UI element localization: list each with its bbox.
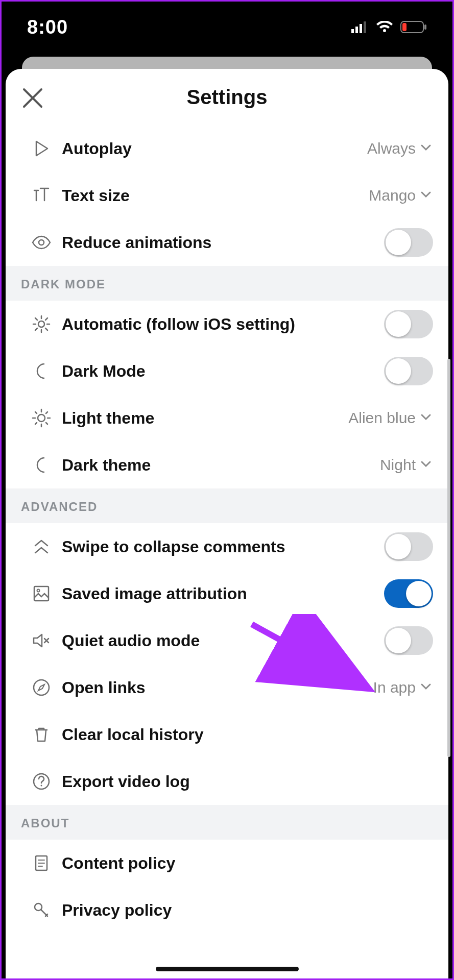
- section-advanced: ADVANCED: [6, 488, 448, 523]
- row-text-size[interactable]: Text size Mango: [6, 172, 448, 219]
- svg-rect-6: [424, 24, 426, 30]
- moon-icon: [32, 362, 51, 380]
- svg-point-7: [39, 240, 44, 245]
- row-label: Open links: [62, 678, 373, 697]
- document-icon: [32, 854, 51, 872]
- row-label: Automatic (follow iOS setting): [62, 315, 384, 334]
- svg-point-14: [41, 785, 42, 787]
- chevron-down-icon: [419, 679, 433, 696]
- svg-rect-1: [355, 27, 358, 33]
- status-time: 8:00: [27, 16, 68, 38]
- chevron-down-icon: [419, 140, 433, 157]
- row-privacy-policy[interactable]: Privacy policy: [6, 887, 448, 934]
- toggle-dark-mode[interactable]: [384, 357, 433, 385]
- svg-rect-5: [402, 23, 407, 31]
- row-label: Dark theme: [62, 456, 380, 475]
- row-label: Light theme: [62, 409, 348, 428]
- row-reduce-animations[interactable]: Reduce animations: [6, 219, 448, 266]
- toggle-reduce-animations[interactable]: [384, 228, 433, 257]
- section-title: ADVANCED: [21, 500, 433, 514]
- row-label: Saved image attribution: [62, 584, 384, 603]
- row-light-theme[interactable]: Light theme Alien blue: [6, 395, 448, 442]
- status-right: [351, 21, 427, 33]
- svg-rect-10: [34, 586, 49, 601]
- eye-icon: [32, 233, 51, 252]
- section-dark-mode: DARK MODE: [6, 266, 448, 301]
- row-autoplay[interactable]: Autoplay Always: [6, 125, 448, 172]
- row-label: Autoplay: [62, 139, 367, 158]
- row-saved-image-attribution[interactable]: Saved image attribution: [6, 570, 448, 617]
- row-value: Alien blue: [348, 409, 416, 427]
- svg-point-9: [38, 414, 45, 422]
- status-bar: 8:00: [2, 2, 452, 53]
- row-open-links[interactable]: Open links In app: [6, 664, 448, 711]
- row-label: Quiet audio mode: [62, 631, 384, 650]
- collapse-icon: [32, 537, 51, 556]
- play-icon: [32, 139, 51, 158]
- chevron-down-icon: [419, 410, 433, 426]
- row-label: Content policy: [62, 854, 433, 873]
- row-label: Swipe to collapse comments: [62, 537, 384, 556]
- gear-icon: [32, 314, 51, 334]
- trash-icon: [32, 725, 51, 744]
- home-indicator: [156, 967, 299, 971]
- row-content-policy[interactable]: Content policy: [6, 840, 448, 887]
- settings-list[interactable]: Autoplay Always Text size Mango Reduce a…: [6, 125, 448, 978]
- wifi-icon: [376, 21, 393, 33]
- sheet-header: Settings: [6, 69, 448, 125]
- page-title: Settings: [187, 86, 268, 109]
- svg-rect-2: [360, 24, 362, 33]
- toggle-quiet-audio-mode[interactable]: [384, 626, 433, 655]
- row-export-video-log[interactable]: Export video log: [6, 758, 448, 805]
- row-value: Night: [380, 456, 416, 474]
- row-dark-mode[interactable]: Dark Mode: [6, 348, 448, 395]
- row-swipe-collapse[interactable]: Swipe to collapse comments: [6, 523, 448, 570]
- row-label: Privacy policy: [62, 901, 433, 920]
- svg-rect-0: [351, 29, 354, 33]
- close-icon: [20, 85, 45, 111]
- row-label: Clear local history: [62, 725, 433, 744]
- row-quiet-audio-mode[interactable]: Quiet audio mode: [6, 617, 448, 664]
- section-title: ABOUT: [21, 816, 433, 830]
- sun-icon: [32, 408, 51, 428]
- row-label: Dark Mode: [62, 362, 384, 381]
- row-value: In app: [373, 679, 416, 696]
- battery-icon: [400, 21, 427, 33]
- moon-icon: [32, 456, 51, 474]
- speaker-mute-icon: [32, 631, 51, 650]
- row-dark-theme[interactable]: Dark theme Night: [6, 442, 448, 488]
- key-icon: [32, 901, 51, 919]
- toggle-saved-image-attribution[interactable]: [384, 579, 433, 608]
- row-clear-local-history[interactable]: Clear local history: [6, 711, 448, 758]
- section-title: DARK MODE: [21, 277, 433, 291]
- help-icon: [32, 772, 51, 791]
- toggle-swipe-collapse[interactable]: [384, 532, 433, 561]
- row-label: Reduce animations: [62, 233, 384, 252]
- row-value: Mango: [369, 187, 416, 204]
- compass-icon: [32, 678, 51, 697]
- row-value: Always: [367, 140, 416, 157]
- settings-sheet: Settings Autoplay Always Text size Mango…: [6, 69, 448, 978]
- svg-rect-3: [364, 21, 366, 33]
- toggle-automatic-ios[interactable]: [384, 310, 433, 338]
- section-about: ABOUT: [6, 805, 448, 840]
- cellular-icon: [351, 21, 369, 33]
- svg-point-11: [37, 590, 40, 592]
- chevron-down-icon: [419, 187, 433, 204]
- svg-point-12: [34, 680, 49, 695]
- image-icon: [32, 584, 51, 603]
- row-automatic-ios[interactable]: Automatic (follow iOS setting): [6, 301, 448, 348]
- svg-point-8: [38, 321, 44, 327]
- chevron-down-icon: [419, 457, 433, 473]
- row-label: Export video log: [62, 772, 433, 791]
- text-size-icon: [32, 186, 51, 205]
- scroll-indicator: [447, 359, 450, 757]
- close-button[interactable]: [20, 85, 45, 111]
- row-label: Text size: [62, 186, 369, 205]
